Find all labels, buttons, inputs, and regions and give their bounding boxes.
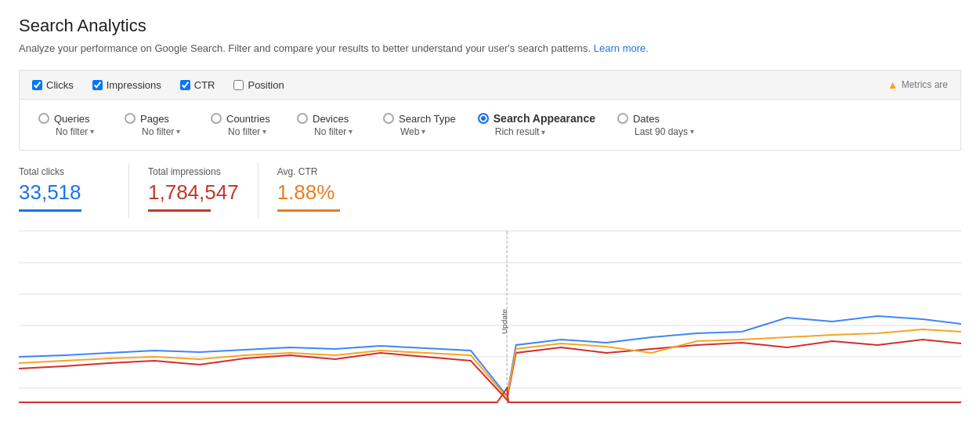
ctr-underline: [277, 209, 340, 212]
page-title: Search Analytics: [19, 16, 961, 36]
update-label: Update: [500, 308, 508, 334]
page-container: Search Analytics Analyze your performanc…: [0, 0, 980, 420]
chart-line-orange: [19, 329, 961, 398]
search-type-radio: [383, 113, 394, 124]
filter-search-type[interactable]: Search Type Web ▾: [377, 110, 472, 140]
stat-avg-ctr: Avg. CTR 1.88%: [258, 163, 367, 218]
dates-chevron: ▾: [690, 127, 694, 136]
search-appearance-filter-sub[interactable]: Rich result ▾: [495, 126, 546, 137]
filter-countries[interactable]: Countries No filter ▾: [204, 110, 291, 140]
clicks-underline: [19, 209, 81, 212]
filter-devices[interactable]: Devices No filter ▾: [291, 110, 377, 140]
devices-radio: [297, 113, 308, 124]
stats-row: Total clicks 33,518 Total impressions 1,…: [19, 163, 961, 231]
learn-more-link[interactable]: Learn more.: [594, 42, 649, 54]
devices-chevron: ▾: [349, 127, 353, 136]
chart-line-red: [19, 340, 961, 400]
countries-chevron: ▾: [262, 127, 266, 136]
filter-search-appearance[interactable]: Search Appearance Rich result ▾: [472, 109, 611, 140]
filter-row: Queries No filter ▾ Pages No filter ▾ Co…: [19, 100, 961, 151]
impressions-checkbox[interactable]: Impressions: [92, 79, 161, 91]
queries-radio: [38, 113, 49, 124]
pages-filter-sub[interactable]: No filter ▾: [142, 126, 180, 137]
filter-queries[interactable]: Queries No filter ▾: [32, 110, 118, 140]
dates-filter-sub[interactable]: Last 90 days ▾: [635, 126, 694, 137]
dates-radio: [617, 113, 628, 124]
filter-pages[interactable]: Pages No filter ▾: [118, 110, 204, 140]
devices-filter-sub[interactable]: No filter ▾: [314, 126, 353, 137]
pages-radio: [125, 113, 136, 124]
chart-line-blue: [19, 316, 961, 396]
chart-svg: Update: [19, 231, 961, 404]
countries-filter-sub[interactable]: No filter ▾: [228, 126, 266, 137]
warning-icon: ▲: [888, 78, 899, 91]
ctr-checkbox[interactable]: CTR: [180, 79, 215, 91]
queries-filter-sub[interactable]: No filter ▾: [56, 126, 94, 137]
pages-chevron: ▾: [176, 127, 180, 136]
metrics-bar: Clicks Impressions CTR Position ▲ Metric…: [19, 70, 961, 100]
page-subtitle: Analyze your performance on Google Searc…: [19, 42, 961, 54]
search-type-chevron: ▾: [421, 127, 425, 136]
metrics-warning: ▲ Metrics are: [888, 78, 948, 91]
impressions-underline: [148, 209, 211, 212]
search-type-filter-sub[interactable]: Web ▾: [400, 126, 425, 137]
position-checkbox[interactable]: Position: [233, 79, 284, 91]
stat-total-clicks: Total clicks 33,518: [19, 163, 128, 218]
countries-radio: [211, 113, 222, 124]
clicks-checkbox[interactable]: Clicks: [32, 79, 74, 91]
queries-chevron: ▾: [90, 127, 94, 136]
stat-total-impressions: Total impressions 1,784,547: [128, 163, 258, 218]
chart-spike-red: [19, 388, 961, 402]
filter-dates[interactable]: Dates Last 90 days ▾: [611, 110, 710, 140]
search-appearance-radio: [478, 113, 489, 124]
search-appearance-chevron: ▾: [541, 128, 545, 136]
chart-area: Update: [19, 231, 961, 404]
